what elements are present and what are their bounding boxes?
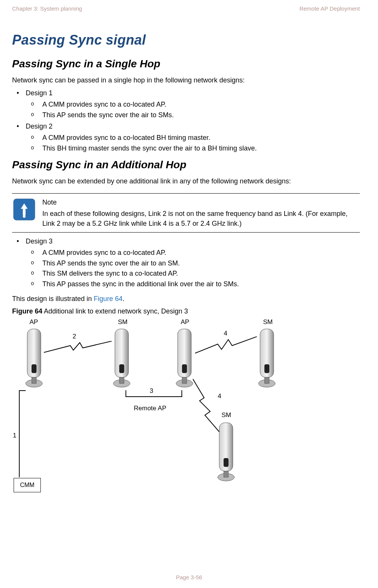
design-list-3: Design 3 A CMM provides sync to a co-loc… xyxy=(12,236,360,290)
diagram-label-sm1: SM xyxy=(118,318,128,326)
design3-item0: A CMM provides sync to a co-located AP. xyxy=(26,248,360,258)
design3-item1: This AP sends the sync over the air to a… xyxy=(26,258,360,269)
svg-rect-10 xyxy=(119,377,124,383)
note-info-icon xyxy=(12,197,36,222)
section1-heading: Passing Sync in a Single Hop xyxy=(12,58,360,70)
figure-number: Figure 64 xyxy=(12,307,42,315)
figure-caption-text: Additional link to extend network sync, … xyxy=(42,307,188,315)
page-title: Passing Sync signal xyxy=(12,32,360,48)
device-sm2-icon xyxy=(257,327,277,391)
svg-rect-8 xyxy=(119,365,124,373)
design2-label: Design 2 xyxy=(26,123,53,130)
note-title: Note xyxy=(42,197,360,207)
device-ap1-icon xyxy=(24,327,44,391)
svg-rect-14 xyxy=(182,377,187,383)
link2-wave-icon xyxy=(44,341,112,356)
link3-line xyxy=(125,396,182,397)
link1-number: 1 xyxy=(13,432,16,439)
header-chapter: Chapter 3: System planning xyxy=(12,5,82,12)
svg-rect-18 xyxy=(265,377,269,383)
svg-rect-12 xyxy=(182,365,187,373)
design1-item1: This AP sends the sync over the air to S… xyxy=(26,110,360,121)
svg-rect-16 xyxy=(265,365,269,373)
page-number: Page 3-56 xyxy=(0,574,378,580)
design3-item3: This AP passes the sync in the additiona… xyxy=(26,279,360,290)
diagram-label-ap1: AP xyxy=(29,318,38,326)
svg-rect-1 xyxy=(23,208,25,216)
link1-stub xyxy=(19,390,26,391)
device-sm1-icon xyxy=(112,327,132,391)
design2-item0: A CMM provides sync to a co-located BH t… xyxy=(26,133,360,143)
link3-stub-left xyxy=(125,390,126,396)
figure-diagram: AP SM AP SM SM 1 2 3 Remote AP xyxy=(12,318,299,492)
svg-rect-22 xyxy=(224,471,228,477)
design2-item1: This BH timing master sends the sync ove… xyxy=(26,143,360,154)
header-topic: Remote AP Deployment xyxy=(299,5,360,12)
design1-item0: A CMM provides sync to a co-located AP. xyxy=(26,99,360,110)
svg-rect-4 xyxy=(32,365,36,373)
ref-pre: This design is illustrated in xyxy=(12,295,94,303)
link4b-wave-icon xyxy=(193,379,223,432)
figure-reference-line: This design is illustrated in Figure 64. xyxy=(12,295,360,303)
section2-intro: Network sync can be extended by one addi… xyxy=(12,176,360,186)
link3-number: 3 xyxy=(150,387,153,395)
figure-caption: Figure 64 Additional link to extend netw… xyxy=(12,307,360,315)
link2-number: 2 xyxy=(73,333,76,340)
figure-ref-link[interactable]: Figure 64 xyxy=(94,295,122,303)
svg-rect-6 xyxy=(32,377,36,383)
link1-line xyxy=(19,390,20,477)
design1: Design 1 A CMM provides sync to a co-loc… xyxy=(12,88,360,121)
design-list-1: Design 1 A CMM provides sync to a co-loc… xyxy=(12,88,360,154)
svg-rect-20 xyxy=(224,458,228,467)
cmm-box: CMM xyxy=(14,478,41,492)
design2: Design 2 A CMM provides sync to a co-loc… xyxy=(12,121,360,154)
svg-point-2 xyxy=(23,215,25,217)
note-body: In each of these following designs, Link… xyxy=(42,209,360,228)
device-ap2-icon xyxy=(175,327,194,391)
link3-stub-right xyxy=(181,390,182,396)
design1-label: Design 1 xyxy=(26,89,53,97)
diagram-label-remote: Remote AP xyxy=(134,405,166,412)
section1-intro: Network sync can be passed in a single h… xyxy=(12,75,360,85)
link4a-number: 4 xyxy=(224,330,227,337)
link4a-wave-icon xyxy=(195,337,257,355)
diagram-label-sm2: SM xyxy=(263,318,273,326)
diagram-label-ap2: AP xyxy=(181,318,189,326)
design3-label: Design 3 xyxy=(26,237,53,245)
design3: Design 3 A CMM provides sync to a co-loc… xyxy=(12,236,360,290)
design3-item2: This SM delivers the sync to a co-locate… xyxy=(26,268,360,279)
note-box: Note In each of these following designs,… xyxy=(12,193,360,233)
link4b-number: 4 xyxy=(218,393,221,400)
section2-heading: Passing Sync in an Additional Hop xyxy=(12,159,360,171)
ref-post: . xyxy=(122,295,124,303)
